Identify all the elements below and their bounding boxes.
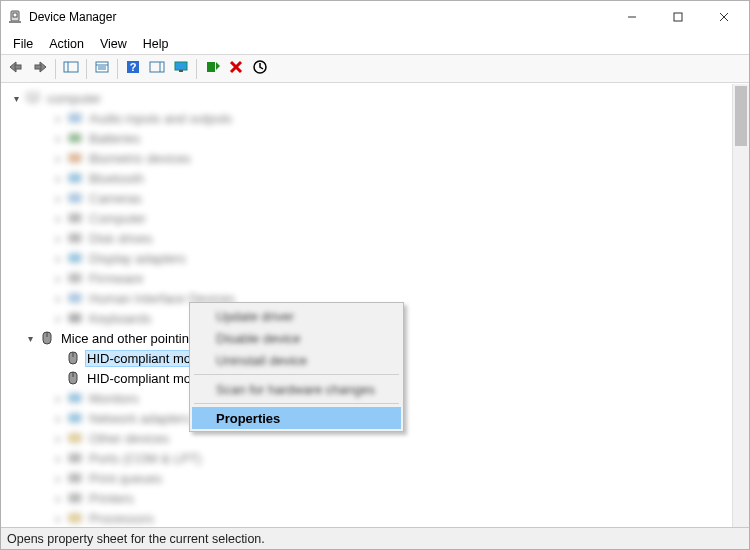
collapse-icon[interactable]: ▾: [23, 333, 37, 344]
tree-category-label: Processors: [87, 510, 156, 527]
expand-icon[interactable]: ▸: [51, 193, 65, 204]
maximize-button[interactable]: [655, 2, 701, 32]
svg-rect-44: [69, 454, 81, 462]
device-category-icon: [67, 110, 83, 126]
svg-rect-42: [69, 414, 81, 422]
ctx-separator: [194, 374, 399, 375]
tree-category-label: Network adapters: [87, 410, 193, 427]
expand-icon[interactable]: ▸: [51, 253, 65, 264]
tree-category-label: Disk drives: [87, 230, 155, 247]
tree-category[interactable]: ▸Disk drives: [9, 228, 732, 248]
device-category-icon: [67, 230, 83, 246]
tree-category-label: Bluetooth: [87, 170, 146, 187]
device-category-icon: [67, 270, 83, 286]
toolbar-separator: [196, 59, 197, 79]
tree-category-label: Audio inputs and outputs: [87, 110, 234, 127]
svg-rect-46: [69, 494, 81, 502]
ctx-properties[interactable]: Properties: [192, 407, 401, 429]
tree-category[interactable]: ▸Printers: [9, 488, 732, 508]
expand-icon[interactable]: ▸: [51, 133, 65, 144]
toolbar: ?: [1, 55, 749, 83]
expand-icon[interactable]: ▸: [51, 213, 65, 224]
tree-category-label: Print queues: [87, 470, 164, 487]
ctx-separator: [194, 403, 399, 404]
tree-category-label: Printers: [87, 490, 136, 507]
tree-category[interactable]: ▸Processors: [9, 508, 732, 527]
device-tree[interactable]: ▾ computer ▸Audio inputs and outputs▸Bat…: [1, 84, 732, 527]
expand-icon[interactable]: ▸: [51, 393, 65, 404]
console-tree-icon: [63, 60, 79, 78]
device-category-icon: [67, 250, 83, 266]
tree-category[interactable]: ▸Display adapters: [9, 248, 732, 268]
show-hide-action-pane-button[interactable]: [146, 58, 168, 80]
expand-icon[interactable]: ▸: [51, 173, 65, 184]
menu-action[interactable]: Action: [41, 35, 92, 53]
titlebar: Device Manager: [1, 1, 749, 33]
ctx-uninstall-device[interactable]: Uninstall device: [192, 349, 401, 371]
expand-icon[interactable]: ▸: [51, 493, 65, 504]
tree-category-label: Biometric devices: [87, 150, 193, 167]
collapse-icon[interactable]: ▾: [9, 93, 23, 104]
mouse-icon: [65, 350, 81, 366]
back-button[interactable]: [5, 58, 27, 80]
svg-rect-37: [69, 314, 81, 322]
ctx-scan-hardware[interactable]: Scan for hardware changes: [192, 378, 401, 400]
disable-device-button[interactable]: [249, 58, 271, 80]
svg-rect-25: [27, 93, 39, 101]
properties-button[interactable]: [91, 58, 113, 80]
expand-icon[interactable]: ▸: [51, 513, 65, 524]
statusbar-text: Opens property sheet for the current sel…: [7, 532, 265, 546]
tree-root[interactable]: ▾ computer: [9, 88, 732, 108]
uninstall-device-button[interactable]: [225, 58, 247, 80]
tree-category[interactable]: ▸Cameras: [9, 188, 732, 208]
svg-rect-21: [207, 62, 215, 72]
tree-category[interactable]: ▸Ports (COM & LPT): [9, 448, 732, 468]
svg-rect-9: [64, 62, 78, 72]
menu-file[interactable]: File: [5, 35, 41, 53]
expand-icon[interactable]: ▸: [51, 153, 65, 164]
tree-category[interactable]: ▸Biometric devices: [9, 148, 732, 168]
menu-help[interactable]: Help: [135, 35, 177, 53]
help-button[interactable]: ?: [122, 58, 144, 80]
expand-icon[interactable]: ▸: [51, 433, 65, 444]
tree-category[interactable]: ▸Bluetooth: [9, 168, 732, 188]
expand-icon[interactable]: ▸: [51, 273, 65, 284]
expand-icon[interactable]: ▸: [51, 473, 65, 484]
tree-category[interactable]: ▸Audio inputs and outputs: [9, 108, 732, 128]
tree-category[interactable]: ▸Computer: [9, 208, 732, 228]
client-area: ▾ computer ▸Audio inputs and outputs▸Bat…: [1, 83, 749, 527]
scrollbar-thumb[interactable]: [735, 86, 747, 146]
close-button[interactable]: [701, 2, 747, 32]
scan-hardware-button[interactable]: [170, 58, 192, 80]
ctx-disable-device[interactable]: Disable device: [192, 327, 401, 349]
toolbar-separator: [117, 59, 118, 79]
tree-category-label: Keyboards: [87, 310, 153, 327]
expand-icon[interactable]: ▸: [51, 113, 65, 124]
device-category-icon: [67, 410, 83, 426]
expand-icon[interactable]: ▸: [51, 293, 65, 304]
tree-category[interactable]: ▸Print queues: [9, 468, 732, 488]
arrow-left-icon: [8, 60, 24, 78]
update-driver-button[interactable]: [201, 58, 223, 80]
svg-rect-47: [69, 514, 81, 522]
svg-rect-41: [69, 394, 81, 402]
device-category-icon: [67, 170, 83, 186]
menu-view[interactable]: View: [92, 35, 135, 53]
device-manager-icon: [7, 9, 23, 25]
expand-icon[interactable]: ▸: [51, 453, 65, 464]
minimize-button[interactable]: [609, 2, 655, 32]
expand-icon[interactable]: ▸: [51, 233, 65, 244]
svg-rect-27: [69, 114, 81, 122]
expand-icon[interactable]: ▸: [51, 413, 65, 424]
tree-category-label: Batteries: [87, 130, 142, 147]
tree-category-label: Display adapters: [87, 250, 188, 267]
svg-rect-35: [69, 274, 81, 282]
svg-rect-43: [69, 434, 81, 442]
expand-icon[interactable]: ▸: [51, 313, 65, 324]
forward-button[interactable]: [29, 58, 51, 80]
vertical-scrollbar[interactable]: [732, 84, 749, 527]
tree-category[interactable]: ▸Firmware: [9, 268, 732, 288]
show-hide-console-tree-button[interactable]: [60, 58, 82, 80]
ctx-update-driver[interactable]: Update driver: [192, 305, 401, 327]
tree-category[interactable]: ▸Batteries: [9, 128, 732, 148]
